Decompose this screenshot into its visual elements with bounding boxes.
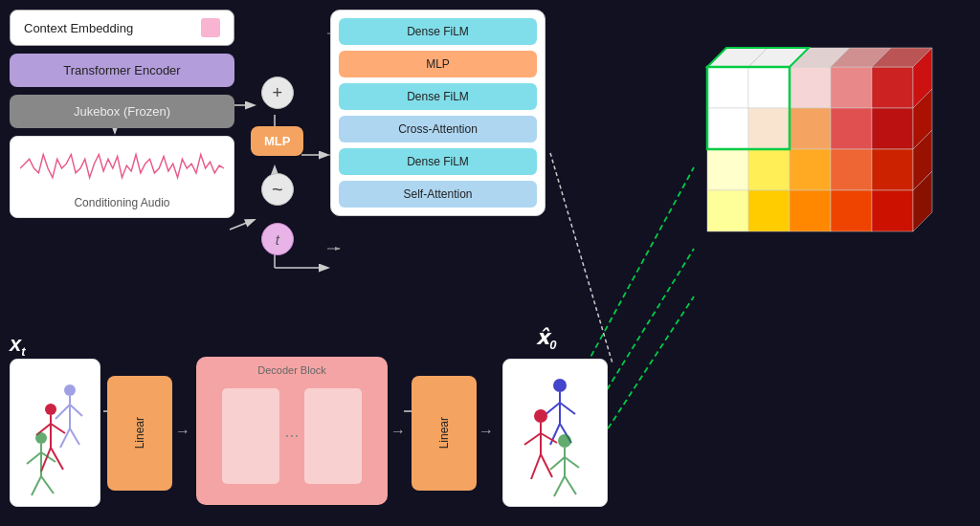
svg-rect-33	[790, 149, 831, 190]
svg-point-64	[35, 432, 47, 444]
svg-line-81	[541, 454, 552, 477]
svg-line-54	[56, 405, 70, 419]
svg-line-13	[582, 167, 694, 373]
decoder-block-content: ···	[222, 388, 361, 484]
jukebox-box: Jukebox (Frozen)	[10, 95, 234, 128]
arrow-after-linear2: →	[479, 423, 494, 440]
self-attention-block: Self-Attention	[339, 181, 537, 208]
svg-point-70	[553, 379, 567, 392]
context-embedding-pink-square	[201, 18, 220, 37]
svg-rect-30	[872, 108, 913, 149]
svg-line-63	[51, 448, 63, 470]
dense-film-block-1: Dense FiLM	[339, 18, 537, 45]
context-embedding-label: Context Embedding	[24, 21, 133, 35]
xt-pose-figure-box	[10, 359, 100, 507]
cross-attention-label: Cross-Attention	[398, 122, 478, 136]
svg-rect-24	[831, 67, 872, 108]
svg-line-66	[27, 452, 41, 464]
svg-rect-28	[790, 108, 831, 149]
diagram-container: Context Embedding Transformer Encoder Ju…	[0, 0, 980, 526]
svg-rect-23	[790, 67, 831, 108]
svg-rect-36	[707, 190, 748, 231]
audio-label: Conditioning Audio	[20, 196, 224, 209]
x0hat-pose-figure-box	[502, 359, 608, 507]
jukebox-label: Jukebox (Frozen)	[74, 104, 170, 119]
dense-film-2-label: Dense FiLM	[407, 90, 469, 103]
svg-rect-32	[748, 149, 790, 190]
svg-line-69	[41, 476, 54, 493]
svg-rect-38	[790, 190, 831, 231]
svg-line-80	[531, 454, 541, 479]
svg-line-16	[550, 153, 612, 363]
svg-rect-22	[748, 67, 790, 108]
decoder-column: Dense FiLM MLP Dense FiLM Cross-Attentio…	[330, 10, 546, 216]
left-column: Context Embedding Transformer Encoder Ju…	[10, 10, 234, 218]
svg-rect-29	[831, 108, 872, 149]
svg-rect-21	[707, 67, 748, 108]
svg-line-78	[524, 433, 541, 445]
svg-rect-27	[748, 108, 790, 149]
decoder-inner-1	[222, 388, 279, 484]
svg-line-62	[41, 448, 51, 471]
svg-line-68	[32, 476, 41, 495]
context-embedding-box: Context Embedding	[10, 10, 234, 46]
svg-line-55	[70, 405, 82, 416]
svg-rect-35	[872, 149, 913, 190]
3d-grid	[679, 10, 975, 287]
svg-line-61	[51, 424, 65, 433]
transformer-encoder-box: Transformer Encoder	[10, 54, 234, 87]
mlp-block-label: MLP	[426, 57, 450, 71]
svg-line-57	[70, 428, 79, 445]
svg-point-52	[64, 384, 76, 396]
dense-film-1-label: Dense FiLM	[407, 25, 469, 38]
svg-point-82	[558, 434, 571, 448]
transformer-label: Transformer Encoder	[63, 63, 180, 77]
svg-rect-34	[831, 149, 872, 190]
plus-symbol: +	[261, 77, 294, 109]
svg-rect-25	[872, 67, 913, 108]
decoder-block-label: Decoder Block	[257, 364, 326, 376]
t-symbol: t	[261, 223, 294, 255]
linear-2-label: Linear	[437, 417, 451, 449]
svg-rect-26	[707, 108, 748, 149]
linear-box-2: Linear	[412, 376, 477, 491]
decoder-inner-2	[304, 388, 362, 484]
svg-line-84	[550, 457, 565, 470]
middle-column: + MLP ~ t	[251, 77, 303, 255]
dense-film-block-2: Dense FiLM	[339, 83, 537, 110]
svg-rect-31	[707, 149, 748, 190]
tilde-symbol: ~	[261, 173, 294, 206]
mlp-block: MLP	[339, 51, 537, 77]
dense-film-block-3: Dense FiLM	[339, 148, 537, 175]
linear-box-1: Linear	[107, 376, 172, 491]
mlp-box: MLP	[251, 126, 303, 156]
svg-rect-40	[872, 190, 913, 231]
svg-line-73	[560, 403, 575, 414]
audio-box: Conditioning Audio	[10, 136, 234, 218]
svg-line-87	[565, 476, 576, 494]
self-attention-label: Self-Attention	[403, 187, 472, 201]
x0hat-math-label: x̂0	[536, 325, 556, 352]
xt-math-label: xt	[10, 332, 26, 359]
svg-rect-37	[748, 190, 790, 231]
dense-film-3-label: Dense FiLM	[407, 155, 469, 168]
cross-attention-block: Cross-Attention	[339, 116, 537, 142]
svg-line-85	[565, 457, 579, 468]
svg-point-58	[45, 404, 56, 415]
svg-rect-39	[831, 190, 872, 231]
decoder-dots: ···	[284, 426, 299, 446]
decoder-block-main: Decoder Block ···	[196, 357, 388, 505]
arrow-after-linear1: →	[175, 423, 190, 440]
svg-point-76	[534, 409, 547, 423]
linear-1-label: Linear	[133, 417, 146, 449]
audio-wave	[20, 144, 224, 192]
svg-line-86	[554, 476, 565, 496]
arrow-after-decoder: →	[390, 423, 406, 440]
